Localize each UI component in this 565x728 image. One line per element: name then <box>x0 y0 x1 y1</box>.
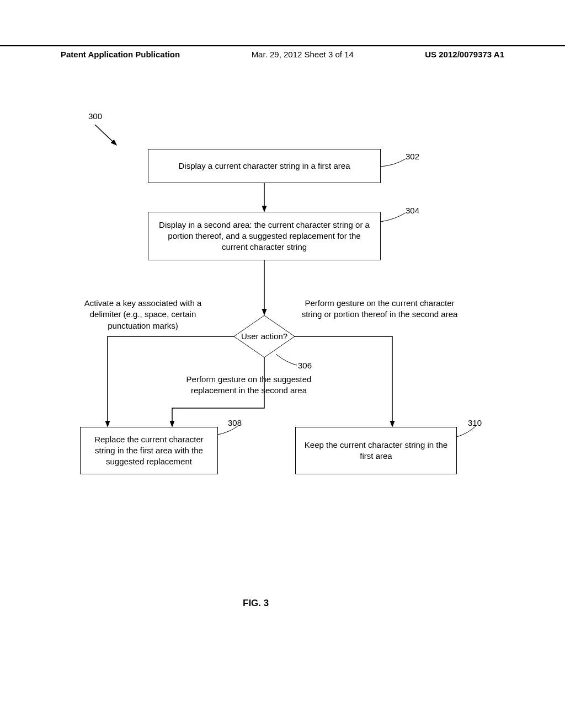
figure-caption: FIG. 3 <box>243 598 269 609</box>
process-box-302: Display a current character string in a … <box>148 149 381 183</box>
process-box-310: Keep the current character string in the… <box>295 427 457 474</box>
figure-canvas: 300 Display a current character string i… <box>0 0 565 728</box>
ref-302: 302 <box>406 152 419 161</box>
connector-lines <box>0 0 565 728</box>
process-box-304-text: Display in a second area: the current ch… <box>156 220 372 253</box>
decision-diamond-306-text: User action? <box>241 331 287 341</box>
ref-304: 304 <box>406 206 419 215</box>
figure-ref-number: 300 <box>88 111 102 121</box>
branch-label-left: Activate a key associated with a delimit… <box>71 298 215 331</box>
branch-label-right: Perform gesture on the current character… <box>301 298 459 320</box>
ref-308: 308 <box>228 418 242 427</box>
ref-310: 310 <box>468 418 482 427</box>
svg-line-0 <box>95 125 116 144</box>
process-box-308-text: Replace the current character string in … <box>88 434 210 468</box>
branch-label-bottom: Perform gesture on the suggested replace… <box>185 374 312 397</box>
process-box-310-text: Keep the current character string in the… <box>303 440 449 462</box>
ref-306: 306 <box>298 361 312 370</box>
decision-diamond-306: User action? <box>234 315 295 357</box>
process-box-302-text: Display a current character string in a … <box>179 160 350 172</box>
process-box-304: Display in a second area: the current ch… <box>148 212 381 260</box>
process-box-308: Replace the current character string in … <box>80 427 218 474</box>
